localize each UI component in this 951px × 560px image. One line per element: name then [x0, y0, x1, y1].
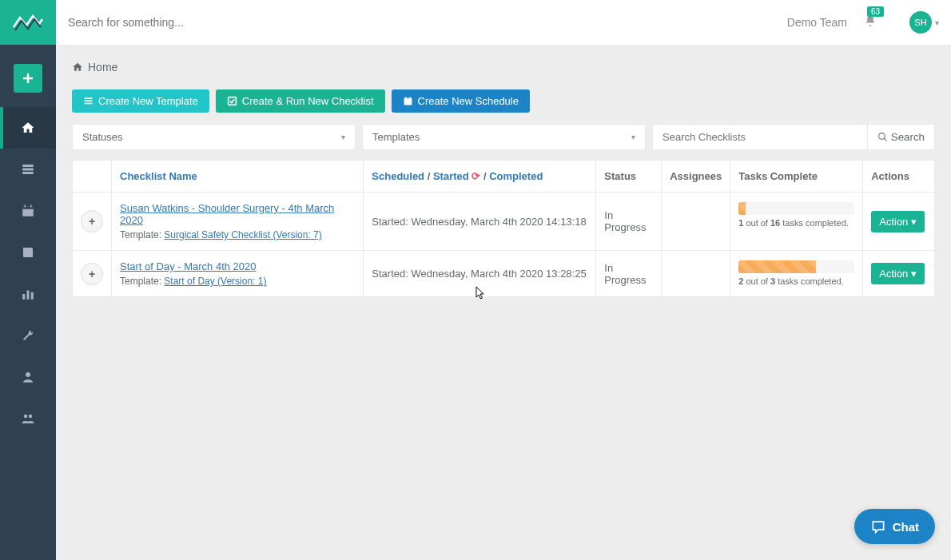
topbar: Demo Team 63 SH ▾ — [56, 0, 951, 45]
create-schedule-button[interactable]: Create New Schedule — [392, 89, 530, 113]
svg-rect-14 — [85, 100, 93, 101]
svg-rect-15 — [85, 103, 93, 105]
nav-calendar[interactable] — [0, 190, 56, 232]
calendar-icon — [21, 204, 35, 218]
stack-icon — [21, 162, 35, 177]
svg-point-20 — [878, 133, 885, 140]
chevron-down-icon: ▾ — [631, 133, 635, 141]
svg-rect-2 — [22, 172, 34, 174]
started-cell: Started: Wednesday, March 4th 2020 14:13… — [364, 193, 596, 251]
expand-row-button[interactable]: + — [81, 263, 103, 285]
col-status: Status — [596, 161, 662, 193]
action-button[interactable]: Action ▾ — [871, 263, 925, 284]
search-bar: Search — [652, 124, 935, 150]
sort-scheduled[interactable]: Scheduled — [372, 170, 424, 182]
add-button[interactable] — [14, 64, 42, 93]
svg-rect-0 — [22, 165, 34, 167]
template-line: Template: Start of Day (Version: 1) — [120, 276, 355, 287]
nav-settings[interactable] — [0, 315, 56, 356]
nav-home[interactable] — [0, 107, 56, 149]
search-input[interactable] — [68, 16, 787, 29]
breadcrumb: Home — [72, 61, 935, 73]
wrench-icon — [21, 328, 35, 343]
svg-point-10 — [26, 372, 30, 377]
nav-user[interactable] — [0, 356, 56, 398]
statuses-dropdown[interactable]: Statuses▾ — [72, 124, 356, 150]
template-link[interactable]: Start of Day (Version: 1) — [164, 276, 266, 287]
sort-completed[interactable]: Completed — [489, 170, 543, 182]
logo[interactable] — [0, 0, 56, 45]
checklist-link[interactable]: Start of Day - March 4th 2020 — [120, 260, 257, 272]
svg-rect-6 — [30, 205, 32, 208]
nav-book[interactable] — [0, 232, 56, 273]
users-icon — [21, 411, 35, 426]
table-header-row: Checklist Name Scheduled / Started ⟳ / C… — [73, 161, 935, 193]
search-checklists-input[interactable] — [652, 124, 868, 150]
search-icon — [877, 132, 888, 142]
nav-reports[interactable] — [0, 273, 56, 315]
calendar-icon — [403, 96, 413, 106]
checklists-table: Checklist Name Scheduled / Started ⟳ / C… — [72, 160, 935, 297]
action-button[interactable]: Action ▾ — [871, 211, 925, 232]
create-template-button[interactable]: Create New Template — [72, 89, 209, 113]
col-tasks: Tasks Complete — [730, 161, 863, 193]
list-icon — [83, 96, 94, 106]
tasks-complete-text: 1 out of 16 tasks completed. — [738, 218, 854, 228]
template-link[interactable]: Surgical Safety Checklist (Version: 7) — [164, 229, 321, 240]
create-checklist-button[interactable]: Create & Run New Checklist — [216, 89, 385, 113]
svg-point-12 — [29, 415, 33, 419]
user-menu[interactable]: SH ▾ — [909, 11, 939, 34]
home-icon — [21, 121, 35, 135]
status-cell: In Progress — [596, 251, 662, 297]
svg-rect-16 — [228, 97, 236, 105]
tasks-complete-text: 2 out of 3 tasks completed. — [738, 276, 854, 286]
team-name[interactable]: Demo Team — [787, 16, 847, 29]
sort-started[interactable]: Started — [433, 170, 469, 182]
notifications-button[interactable]: 63 — [863, 14, 877, 31]
filters: Statuses▾ Templates▾ Search — [72, 124, 935, 150]
sort-desc-icon: ⟳ — [472, 170, 480, 182]
action-buttons: Create New Template Create & Run New Che… — [72, 89, 935, 113]
chevron-down-icon: ▾ — [935, 18, 939, 27]
col-checklist-name[interactable]: Checklist Name — [120, 170, 197, 182]
status-cell: In Progress — [596, 193, 662, 251]
chart-icon — [21, 287, 35, 301]
col-scheduled-started: Scheduled / Started ⟳ / Completed — [364, 161, 596, 193]
started-cell: Started: Wednesday, March 4th 2020 13:28… — [364, 251, 596, 297]
svg-rect-1 — [22, 169, 34, 171]
nav-users[interactable] — [0, 398, 56, 439]
col-assignees: Assignees — [662, 161, 730, 193]
col-actions: Actions — [863, 161, 935, 193]
progress-bar — [738, 202, 854, 215]
progress-bar — [738, 260, 854, 273]
svg-rect-7 — [22, 294, 25, 300]
sidebar — [0, 0, 56, 560]
main-content: Home Create New Template Create & Run Ne… — [56, 45, 951, 560]
check-icon — [227, 96, 237, 106]
user-icon — [21, 370, 35, 384]
notification-badge: 63 — [867, 6, 884, 17]
svg-rect-5 — [25, 205, 26, 208]
svg-rect-8 — [27, 291, 30, 300]
svg-rect-13 — [85, 97, 93, 99]
chat-button[interactable]: Chat — [854, 509, 935, 544]
expand-row-button[interactable]: + — [81, 210, 103, 232]
template-line: Template: Surgical Safety Checklist (Ver… — [120, 229, 355, 240]
svg-rect-17 — [404, 98, 412, 105]
table-row: + Start of Day - March 4th 2020 Template… — [73, 251, 935, 297]
chat-icon — [870, 518, 886, 534]
book-icon — [21, 245, 35, 260]
svg-rect-18 — [405, 97, 406, 98]
breadcrumb-home[interactable]: Home — [88, 61, 117, 73]
avatar: SH — [909, 11, 932, 34]
logo-icon — [12, 11, 44, 34]
checklist-link[interactable]: Susan Watkins - Shoulder Surgery - 4th M… — [120, 202, 334, 226]
nav-templates[interactable] — [0, 149, 56, 190]
chevron-down-icon: ▾ — [341, 133, 345, 141]
home-icon — [72, 62, 83, 73]
templates-dropdown[interactable]: Templates▾ — [362, 124, 646, 150]
svg-rect-9 — [31, 292, 34, 300]
search-button[interactable]: Search — [868, 124, 935, 150]
table-row: + Susan Watkins - Shoulder Surgery - 4th… — [73, 193, 935, 251]
svg-rect-4 — [22, 207, 34, 209]
